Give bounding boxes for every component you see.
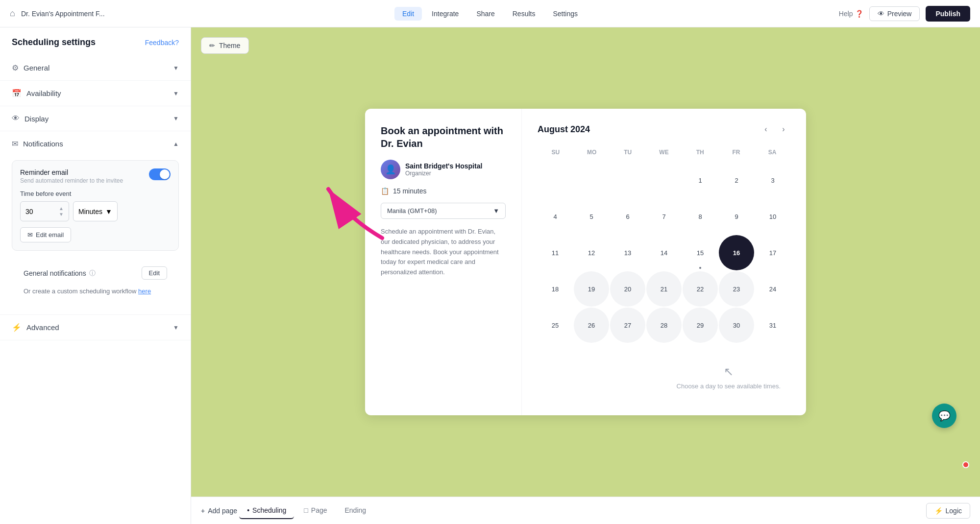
table-row: 9 [719, 199, 754, 234]
unit-chevron-icon: ▼ [105, 208, 112, 215]
appointment-description: Schedule an appointment with Dr. Evian, … [381, 227, 506, 278]
info-icon: ⓘ [89, 269, 96, 278]
table-row[interactable]: 30 [719, 308, 754, 343]
table-row[interactable]: 29 [683, 308, 718, 343]
table-row[interactable]: 16 [719, 235, 754, 270]
notifications-content: Reminder email Send automated reminder t… [0, 156, 191, 314]
section-display-left: 👁 Display [12, 114, 49, 123]
tab-settings[interactable]: Settings [545, 7, 586, 21]
reminder-row: Reminder email Send automated reminder t… [12, 160, 179, 251]
email-icon: ✉ [27, 231, 33, 238]
chat-bubble-button[interactable]: 💬 [932, 404, 956, 428]
weekday-mo: MO [574, 146, 610, 159]
clock-icon: 📋 [381, 187, 389, 195]
table-row: 24 [755, 271, 790, 307]
tab-results[interactable]: Results [505, 7, 543, 21]
table-row [538, 163, 573, 198]
section-notifications-left: ✉ Notifications [12, 139, 63, 148]
table-row[interactable]: 22 [683, 271, 718, 307]
section-availability-left: 📅 Availability [12, 89, 61, 98]
timezone-value: Manila (GMT+08) [387, 207, 437, 214]
tab-integrate[interactable]: Integrate [424, 7, 466, 21]
top-nav: ⌂ Dr. Evian's Appointment F... Edit Inte… [0, 0, 980, 27]
table-row[interactable]: 28 [646, 308, 682, 343]
logic-icon: ⚡ [934, 507, 943, 515]
reminder-info: Reminder email Send automated reminder t… [20, 168, 123, 184]
calendar-prev-button[interactable]: ‹ [759, 122, 773, 136]
choose-day-text: Choose a day to see available times. [677, 382, 781, 390]
scheduling-icon: • [247, 506, 249, 514]
table-row: 2 [719, 163, 754, 198]
time-inputs: 30 ▲▼ Minutes ▼ [20, 201, 171, 221]
section-availability-header[interactable]: 📅 Availability ▼ [0, 81, 191, 106]
appointment-organizer: 👤 Saint Bridget's Hospital Organizer [381, 160, 506, 179]
section-display-header[interactable]: 👁 Display ▼ [0, 106, 191, 131]
tab-share[interactable]: Share [468, 7, 502, 21]
general-notif-inner: General notifications ⓘ Edit [12, 259, 179, 287]
edit-email-button[interactable]: ✉ Edit email [20, 227, 71, 242]
section-general-header[interactable]: ⚙ General ▼ [0, 55, 191, 80]
calendar-grid: SU MO TU WE TH FR SA 1234567891011121314… [538, 146, 790, 343]
weekday-we: WE [646, 146, 682, 159]
general-notif-edit-button[interactable]: Edit [142, 266, 167, 280]
tab-scheduling[interactable]: • Scheduling [239, 502, 294, 519]
pencil-icon: ✏ [209, 42, 215, 49]
availability-icon: 📅 [12, 89, 22, 98]
publish-button[interactable]: Publish [926, 6, 970, 22]
nav-right: Help ❓ 👁 Preview Publish [839, 6, 970, 22]
table-row[interactable]: 27 [610, 308, 645, 343]
help-button[interactable]: Help ❓ [839, 10, 863, 18]
reminder-label: Reminder email [20, 168, 123, 176]
stepper-icon: ▲▼ [59, 206, 64, 217]
calendar-next-button[interactable]: › [777, 122, 790, 136]
weekday-tu: TU [610, 146, 646, 159]
table-row: 1 [683, 163, 718, 198]
duration-text: 15 minutes [393, 187, 426, 195]
timezone-chevron-icon: ▼ [493, 207, 499, 214]
table-row: 31 [755, 308, 790, 343]
notifications-label: Notifications [23, 140, 63, 148]
time-unit-select[interactable]: Minutes ▼ [73, 201, 118, 221]
calendar-nav: ‹ › [759, 122, 790, 136]
reminder-toggle[interactable] [149, 168, 171, 180]
home-icon[interactable]: ⌂ [10, 8, 15, 19]
advanced-label: Advanced [26, 323, 59, 332]
table-row [610, 163, 645, 198]
section-display: 👁 Display ▼ [0, 106, 191, 131]
tab-edit[interactable]: Edit [394, 7, 422, 21]
table-row [574, 163, 609, 198]
table-row: 8 [683, 199, 718, 234]
calendar-month: August 2024 [538, 124, 590, 135]
tab-ending[interactable]: Ending [337, 502, 374, 519]
table-row[interactable]: 15 [683, 235, 718, 270]
workflow-here-link[interactable]: here [138, 287, 151, 295]
time-value-input[interactable]: 30 ▲▼ [20, 201, 69, 221]
section-advanced: ⚡ Advanced ▼ [0, 315, 191, 340]
logic-button[interactable]: ⚡ Logic [926, 503, 970, 519]
table-row: 11 [538, 235, 573, 270]
table-row: 4 [538, 199, 573, 234]
table-row[interactable]: 26 [574, 308, 609, 343]
section-notifications-header[interactable]: ✉ Notifications ▲ [0, 131, 191, 156]
organizer-name: Saint Bridget's Hospital [405, 162, 482, 170]
table-row[interactable]: 21 [646, 271, 682, 307]
preview-button[interactable]: 👁 Preview [869, 6, 920, 21]
tab-page[interactable]: □ Page [296, 502, 335, 519]
section-availability: 📅 Availability ▼ [0, 81, 191, 106]
weekday-fr: FR [718, 146, 755, 159]
advanced-chevron: ▼ [173, 324, 179, 331]
appointment-duration: 📋 15 minutes [381, 187, 506, 195]
section-advanced-header[interactable]: ⚡ Advanced ▼ [0, 315, 191, 340]
section-advanced-left: ⚡ Advanced [12, 323, 59, 332]
feedback-link[interactable]: Feedback? [145, 39, 179, 47]
add-page-button[interactable]: + Add page [201, 507, 237, 515]
timezone-select[interactable]: Manila (GMT+08) ▼ [381, 203, 506, 219]
table-row[interactable]: 19 [574, 271, 609, 307]
table-row[interactable]: 23 [719, 271, 754, 307]
page-icon: □ [304, 506, 308, 514]
display-icon: 👁 [12, 114, 20, 123]
section-general-left: ⚙ General [12, 63, 49, 72]
table-row[interactable]: 20 [610, 271, 645, 307]
theme-button[interactable]: ✏ Theme [201, 37, 249, 54]
section-general: ⚙ General ▼ [0, 55, 191, 81]
